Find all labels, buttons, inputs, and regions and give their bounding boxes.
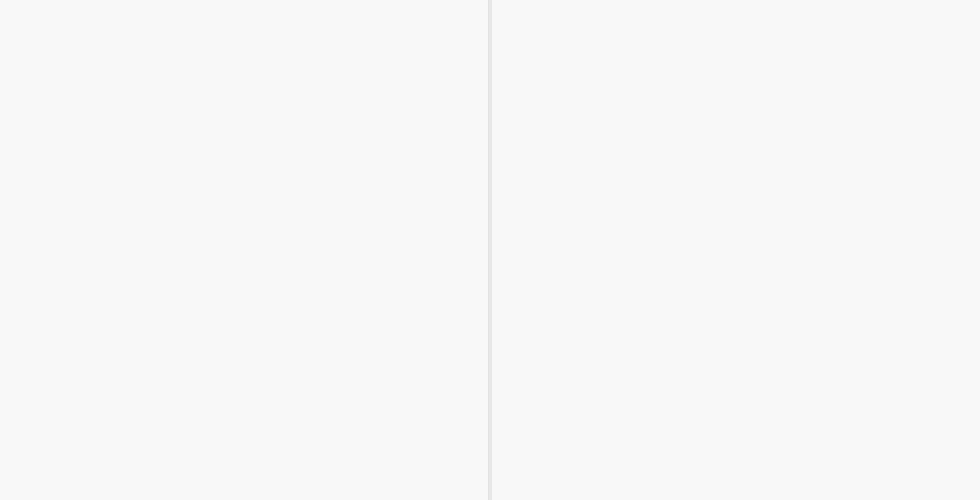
panel-divider: [488, 0, 492, 500]
right-code-container: [492, 0, 980, 6]
left-panel: [0, 0, 488, 500]
right-panel: [492, 0, 980, 500]
left-code-container: [0, 0, 488, 6]
